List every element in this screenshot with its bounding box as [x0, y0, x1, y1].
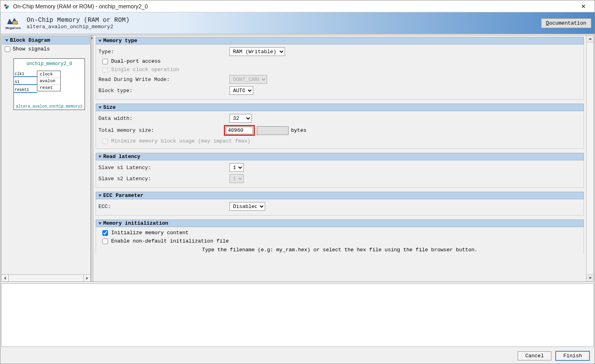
total-memory-size-extra	[257, 126, 289, 135]
size-header[interactable]: Size	[96, 104, 584, 111]
finish-button[interactable]: Finish	[555, 351, 590, 361]
chevron-down-icon	[98, 40, 102, 42]
block-diagram-canvas: onchip_memory2_0 clk1 s1 reset1 clock av…	[13, 58, 85, 110]
nondefault-init-label: Enable non-default initialization file	[111, 238, 229, 244]
svg-rect-0	[4, 4, 6, 6]
mem-init-header[interactable]: Memory initialization	[96, 220, 584, 227]
read-latency-header[interactable]: Read latency	[96, 153, 584, 160]
signal-s1: s1	[15, 80, 19, 84]
show-signals-label: Show signals	[13, 46, 50, 52]
port-avalon: avalon	[37, 78, 60, 85]
megacore-logo: MegaCore	[4, 13, 23, 33]
cancel-button[interactable]: Cancel	[518, 351, 551, 360]
ecc-label: ECC:	[98, 204, 229, 210]
block-type-select[interactable]: AUTO	[229, 86, 253, 95]
svg-marker-4	[91, 37, 93, 40]
titlebar: On-Chip Memory (RAM or ROM) - onchip_mem…	[0, 0, 595, 12]
documentation-button[interactable]: Documentation	[541, 18, 591, 28]
type-select[interactable]: RAM (Writable)	[229, 47, 285, 56]
component-instance-name: onchip_memory2_0	[14, 59, 85, 68]
port-box: clock avalon reset	[37, 71, 61, 91]
s2-latency-label: Slave s2 Latency:	[98, 176, 229, 182]
ecc-header[interactable]: ECC Parameter	[96, 192, 584, 199]
block-diagram-header[interactable]: Block Diagram	[2, 36, 90, 44]
rdw-label: Read During Write Mode:	[98, 77, 229, 83]
footer-bar: Cancel Finish	[0, 348, 595, 364]
chevron-down-icon	[98, 195, 102, 197]
close-button[interactable]: ✕	[576, 0, 591, 12]
memory-type-title: Memory type	[103, 38, 137, 44]
header-bar: MegaCore On-Chip Memory (RAM or ROM) alt…	[0, 12, 595, 34]
sidebar-scrollbar[interactable]	[2, 274, 91, 281]
total-memory-size-input[interactable]	[226, 127, 253, 134]
svg-rect-3	[13, 21, 17, 24]
ecc-title: ECC Parameter	[103, 193, 143, 198]
s1-latency-select[interactable]: 1	[229, 163, 244, 172]
app-icon	[4, 3, 10, 10]
scroll-up-button[interactable]	[587, 35, 593, 42]
logo-label: MegaCore	[6, 26, 21, 30]
component-ip-footer: altera_avalon_onchip_memory2	[14, 104, 85, 109]
chevron-down-icon	[98, 222, 102, 225]
s1-latency-label: Slave s1 Latency:	[98, 165, 229, 171]
window-title: On-Chip Memory (RAM or ROM) - onchip_mem…	[13, 3, 148, 10]
main-scrollbar[interactable]	[586, 35, 593, 281]
log-output	[1, 283, 594, 347]
nondefault-init-checkbox[interactable]	[102, 239, 108, 244]
minimize-checkbox	[102, 139, 108, 144]
scroll-track-v[interactable]	[587, 42, 593, 274]
total-memory-size-highlight	[224, 125, 255, 136]
block-diagram-title: Block Diagram	[10, 37, 50, 43]
dual-port-label: Dual-port access	[111, 58, 161, 64]
chevron-down-icon	[98, 156, 102, 158]
show-signals-checkbox[interactable]	[5, 46, 10, 52]
init-helper-text: Type the filename (e.g: my_ram.hex) or s…	[98, 245, 581, 253]
chevron-down-icon	[98, 106, 102, 109]
init-content-label: Initialize memory content	[111, 230, 189, 236]
total-memory-size-label: Total memory size:	[98, 127, 224, 133]
component-title: On-Chip Memory (RAM or ROM)	[27, 17, 541, 24]
single-clock-checkbox	[102, 67, 108, 73]
type-label: Type:	[98, 49, 229, 55]
signal-clk1: clk1	[15, 72, 24, 76]
signal-reset1: reset1	[15, 88, 29, 92]
tms-unit: bytes	[291, 127, 306, 133]
size-title: Size	[103, 104, 116, 110]
single-clock-label: Single clock operation	[111, 67, 179, 73]
svg-rect-2	[6, 7, 8, 9]
scroll-right-button[interactable]	[83, 275, 91, 281]
sidebar: Block Diagram Show signals onchip_memory…	[2, 35, 91, 281]
memory-type-header[interactable]: Memory type	[96, 37, 584, 44]
data-width-select[interactable]: 32	[229, 114, 252, 123]
scroll-left-button[interactable]	[2, 275, 9, 281]
ecc-select[interactable]: Disabled	[229, 202, 265, 211]
component-ip-name: altera_avalon_onchip_memory2	[27, 24, 541, 30]
port-reset: reset	[37, 85, 60, 91]
chevron-down-icon	[5, 39, 8, 42]
block-type-label: Block type:	[98, 88, 229, 94]
parameters-panel: Memory type Type: RAM (Writable)	[93, 35, 586, 281]
rdw-select: DONT_CARE	[229, 75, 267, 84]
port-clock: clock	[37, 71, 60, 78]
scroll-track[interactable]	[9, 275, 83, 281]
scroll-down-button[interactable]	[587, 274, 593, 281]
s2-latency-select: 1	[229, 174, 244, 183]
read-latency-title: Read latency	[103, 154, 141, 160]
init-content-checkbox[interactable]	[102, 230, 108, 236]
data-width-label: Data width:	[98, 116, 229, 121]
dual-port-checkbox[interactable]	[102, 59, 108, 64]
mem-init-title: Memory initialization	[103, 220, 168, 226]
minimize-label: Minimize memory block usage (may impact …	[111, 138, 250, 144]
